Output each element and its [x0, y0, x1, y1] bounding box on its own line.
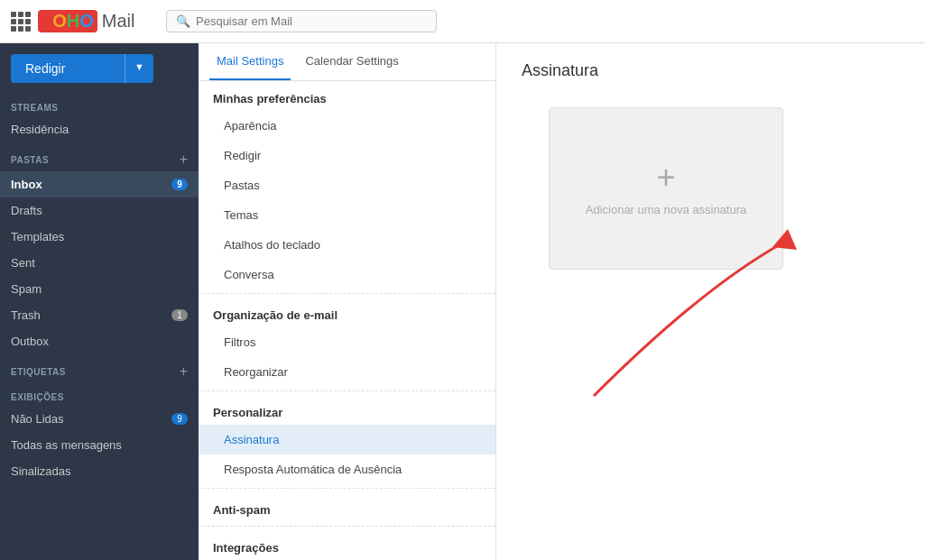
settings-item-reorganizar[interactable]: Reorganizar: [199, 357, 495, 387]
right-panel: Assinatura + Adicionar uma nova assinatu…: [496, 43, 925, 560]
logo-area: Z O H O Mail: [11, 10, 155, 32]
divider-1: [199, 293, 495, 294]
divider-3: [199, 488, 495, 489]
exibicoes-label: EXIBIÇÕES: [0, 383, 199, 406]
divider-4: [199, 526, 495, 527]
group-personalizar: Personalizar: [199, 395, 495, 425]
settings-item-resposta[interactable]: Resposta Automática de Ausência: [199, 454, 495, 484]
sidebar-item-trash[interactable]: Trash 1: [0, 302, 199, 328]
settings-item-redigir[interactable]: Redigir: [199, 141, 495, 170]
compose-label[interactable]: Redigir: [11, 54, 125, 83]
compose-button[interactable]: Redigir ▼: [11, 54, 153, 83]
settings-item-aparencia[interactable]: Aparência: [199, 111, 495, 141]
topbar: Z O H O Mail 🔍: [0, 0, 925, 43]
group-antispam: Anti-spam: [199, 492, 495, 522]
settings-item-temas[interactable]: Temas: [199, 200, 495, 230]
settings-panel: Mail Settings Calendar Settings Minhas p…: [199, 43, 496, 560]
main-layout: Redigir ▼ STREAMS Residência PASTAS + In…: [0, 43, 925, 560]
streams-label: STREAMS: [0, 94, 199, 116]
zoho-logo: Z O H O Mail: [38, 10, 134, 32]
sidebar-item-sent[interactable]: Sent: [0, 250, 199, 276]
page-title: Assinatura: [522, 61, 900, 80]
group-integracoes: Integrações: [199, 530, 495, 560]
add-signature-label: Adicionar uma nova assinatura: [586, 203, 747, 216]
pastas-add-button[interactable]: +: [180, 151, 188, 168]
grid-icon[interactable]: [11, 12, 31, 32]
etiquetas-label: ETIQUETAS: [11, 367, 66, 377]
settings-item-assinatura[interactable]: Assinatura: [199, 425, 495, 454]
pastas-section: PASTAS +: [0, 142, 199, 171]
sidebar-item-drafts[interactable]: Drafts: [0, 197, 199, 224]
sidebar-item-spam[interactable]: Spam: [0, 276, 199, 302]
trash-badge: 1: [171, 309, 188, 321]
etiquetas-add-button[interactable]: +: [180, 363, 188, 380]
sidebar: Redigir ▼ STREAMS Residência PASTAS + In…: [0, 43, 199, 560]
tab-mail-settings[interactable]: Mail Settings: [209, 43, 291, 80]
search-bar[interactable]: 🔍: [166, 10, 437, 32]
content-area: Mail Settings Calendar Settings Minhas p…: [199, 43, 925, 560]
pastas-label: PASTAS: [11, 155, 49, 165]
sidebar-item-todas-mensagens[interactable]: Todas as mensagens: [0, 432, 199, 458]
mail-label: Mail: [102, 11, 135, 32]
settings-item-pastas[interactable]: Pastas: [199, 170, 495, 200]
inbox-badge: 9: [171, 179, 188, 190]
tab-calendar-settings[interactable]: Calendar Settings: [298, 43, 405, 80]
sidebar-item-outbox[interactable]: Outbox: [0, 328, 199, 354]
sidebar-item-templates[interactable]: Templates: [0, 224, 199, 250]
settings-item-conversa[interactable]: Conversa: [199, 260, 495, 289]
sidebar-item-inbox[interactable]: Inbox 9: [0, 171, 199, 197]
search-input[interactable]: [196, 14, 412, 28]
etiquetas-section: ETIQUETAS +: [0, 354, 199, 383]
settings-tabs: Mail Settings Calendar Settings: [199, 43, 495, 81]
divider-2: [199, 390, 495, 391]
settings-item-filtros[interactable]: Filtros: [199, 327, 495, 357]
sidebar-item-sinalizadas[interactable]: Sinalizadas: [0, 458, 199, 484]
settings-item-atalhos[interactable]: Atalhos do teclado: [199, 230, 495, 260]
search-icon: 🔍: [176, 14, 190, 28]
group-preferencias: Minhas preferências: [199, 81, 495, 111]
sidebar-item-residencia[interactable]: Residência: [0, 116, 199, 142]
add-plus-icon: +: [656, 161, 675, 194]
compose-area: Redigir ▼: [0, 43, 199, 94]
group-organizacao: Organização de e-mail: [199, 298, 495, 327]
nao-lidas-badge: 9: [171, 413, 188, 425]
signature-area: + Adicionar uma nova assinatura: [522, 107, 900, 522]
sidebar-item-nao-lidas[interactable]: Não Lidas 9: [0, 406, 199, 432]
compose-caret-icon[interactable]: ▼: [125, 54, 153, 83]
add-signature-box[interactable]: + Adicionar uma nova assinatura: [549, 107, 783, 270]
